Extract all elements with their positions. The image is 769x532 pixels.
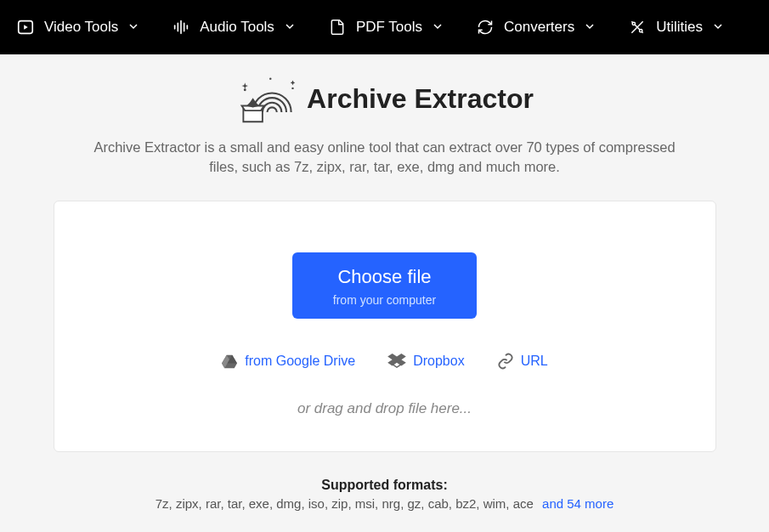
refresh-icon [475,17,495,37]
source-google-drive[interactable]: from Google Drive [221,353,355,370]
nav-pdf-tools[interactable]: PDF Tools [327,17,443,37]
svg-point-7 [640,30,642,32]
dropbox-icon [387,354,406,369]
nav-video-tools[interactable]: Video Tools [15,17,139,37]
chevron-down-icon [128,19,139,36]
upload-card: Choose file from your computer from Goog… [54,201,716,452]
source-label: from Google Drive [245,354,355,369]
nav-utilities[interactable]: Utilities [627,17,723,37]
archive-rainbow-icon [235,73,295,124]
tools-icon [627,17,647,37]
page-description: Archive Extractor is a small and easy on… [88,138,682,177]
formats-more-link[interactable]: and 54 more [542,496,614,511]
source-dropbox[interactable]: Dropbox [387,353,464,370]
formats-title: Supported formats: [0,478,769,493]
choose-file-sublabel: from your computer [333,293,436,307]
chevron-down-icon [585,19,595,36]
document-icon [327,17,348,37]
nav-label: Converters [504,19,574,36]
waveform-icon [171,17,191,37]
choose-file-button[interactable]: Choose file from your computer [292,252,477,319]
choose-file-label: Choose file [333,266,436,288]
alt-sources-row: from Google Drive Dropbox URL [88,353,681,370]
svg-point-9 [291,88,293,89]
source-label: URL [521,354,548,369]
source-label: Dropbox [413,354,464,369]
nav-label: PDF Tools [356,19,422,36]
supported-formats: Supported formats: 7z, zipx, rar, tar, e… [0,478,769,511]
page-title: Archive Extractor [307,83,534,115]
link-icon [497,353,514,370]
drop-hint: or drag and drop file here... [88,400,681,417]
chevron-down-icon [433,19,443,36]
hero-section: Archive Extractor Archive Extractor is a… [0,54,769,177]
google-drive-icon [221,354,238,369]
formats-list: 7z, zipx, rar, tar, exe, dmg, iso, zip, … [0,496,769,511]
nav-audio-tools[interactable]: Audio Tools [171,17,295,37]
svg-point-6 [632,22,635,25]
top-navbar: Video Tools Audio Tools PDF Tools Conver… [0,0,769,54]
nav-label: Audio Tools [200,19,274,36]
nav-label: Utilities [656,19,703,36]
play-icon [15,17,36,37]
source-url[interactable]: URL [497,353,548,370]
chevron-down-icon [713,19,723,36]
nav-label: Video Tools [44,19,118,36]
nav-converters[interactable]: Converters [475,17,595,37]
svg-point-10 [269,77,271,79]
chevron-down-icon [285,19,295,36]
